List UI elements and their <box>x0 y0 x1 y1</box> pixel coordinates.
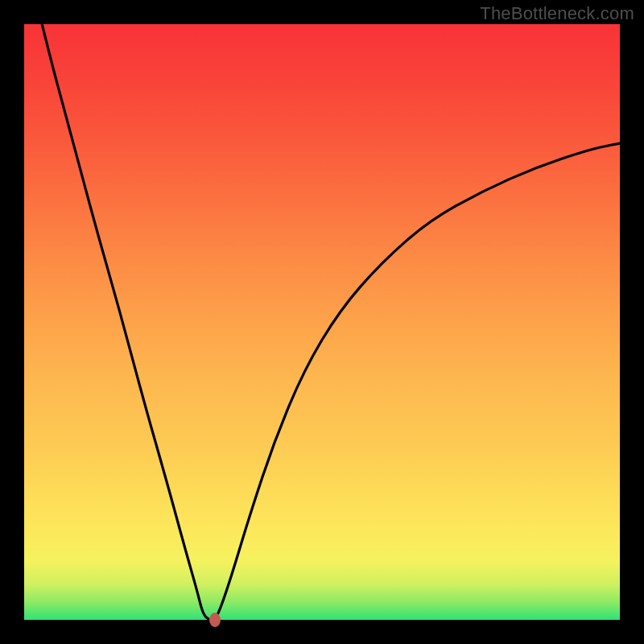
chart-frame: TheBottleneck.com <box>0 0 644 644</box>
watermark-text: TheBottleneck.com <box>480 3 634 24</box>
bottleneck-curve-path <box>42 24 620 620</box>
bottleneck-curve-svg <box>24 24 620 620</box>
optimal-point-marker <box>209 613 221 627</box>
